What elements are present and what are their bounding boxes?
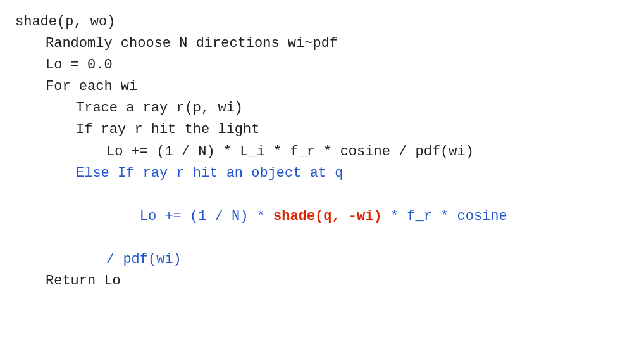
line-0: shade(p, wo) <box>15 11 629 33</box>
line-8-part3: * f_r * cosine <box>382 208 507 224</box>
line-4: Trace a ray r(p, wi) <box>15 98 629 119</box>
line-7: Else If ray r hit an object at q <box>15 163 629 184</box>
line-1: Randomly choose N directions wi~pdf <box>15 33 629 54</box>
line-8: Lo += (1 / N) * shade(q, -wi) * f_r * co… <box>15 184 629 249</box>
line-8-part1: Lo += (1 / N) * <box>140 208 273 224</box>
line-2: Lo = 0.0 <box>15 54 629 76</box>
line-6: Lo += (1 / N) * L_i * f_r * cosine / pdf… <box>15 141 629 163</box>
line-5: If ray r hit the light <box>15 119 629 141</box>
line-9: / pdf(wi) <box>15 249 629 270</box>
line-10: Return Lo <box>15 270 629 292</box>
line-3: For each wi <box>15 76 629 98</box>
code-block: shade(p, wo) Randomly choose N direction… <box>15 11 629 292</box>
line-8-part2: shade(q, -wi) <box>273 208 382 224</box>
